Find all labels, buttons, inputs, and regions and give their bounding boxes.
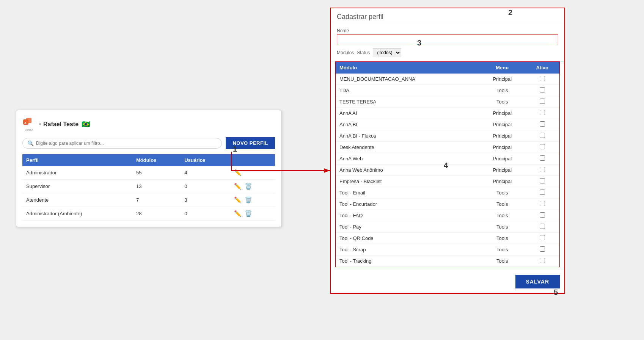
ativo-checkbox[interactable]: [540, 246, 545, 252]
nome-label: Nome: [337, 28, 558, 33]
delete-icon[interactable]: 🗑️: [245, 183, 252, 190]
profile-table: Perfil Módulos Usuários Administrador 55…: [22, 154, 275, 221]
cell-menu-type: Principal: [479, 153, 525, 165]
cell-ativo-check: [525, 108, 559, 119]
cell-modulo-name: Tool - Scrap: [336, 244, 479, 255]
profile-table-row: Administrador (Ambiente) 28 0 ✏️ 🗑️: [22, 207, 275, 221]
edit-icon[interactable]: ✏️: [234, 196, 242, 204]
ativo-checkbox[interactable]: [540, 258, 545, 263]
ativo-checkbox[interactable]: [540, 110, 545, 115]
ativo-checkbox[interactable]: [540, 155, 545, 161]
cell-ativo-check: [525, 199, 559, 210]
anna-logo-icon: A: [22, 116, 36, 128]
cell-ativo-check: [525, 119, 559, 130]
module-table-row: Tool - Scrap Tools: [336, 244, 559, 255]
cell-ativo-check: [525, 74, 559, 85]
cell-menu-type: Tools: [479, 187, 525, 199]
ativo-checkbox[interactable]: [540, 121, 545, 127]
module-table-row: Tool - FAQ Tools: [336, 210, 559, 221]
cell-ativo-check: [525, 210, 559, 221]
cell-modulo-name: Tool - Pay: [336, 221, 479, 233]
module-table-row: TDA Tools: [336, 85, 559, 96]
ativo-checkbox[interactable]: [540, 144, 545, 149]
ativo-checkbox[interactable]: [540, 178, 545, 183]
col-menu: Menu: [479, 62, 525, 74]
module-table-row: Tool - Email Tools: [336, 187, 559, 199]
edit-icon[interactable]: ✏️: [234, 183, 242, 190]
cell-usuarios: 4: [181, 166, 230, 180]
svg-text:A: A: [24, 121, 27, 125]
profile-table-body: Administrador 55 4 ✏️ Supervisor 13 0 ✏️…: [22, 166, 275, 221]
cell-modulo-name: MENU_DOCUMENTACAO_ANNA: [336, 74, 479, 85]
search-input[interactable]: [36, 141, 217, 146]
ativo-checkbox[interactable]: [540, 224, 545, 229]
profile-table-row: Supervisor 13 0 ✏️ 🗑️: [22, 180, 275, 193]
modules-table-header-row: Módulo Menu Ativo: [336, 62, 559, 74]
cell-menu-type: Principal: [479, 119, 525, 130]
cell-actions: ✏️ 🗑️: [230, 180, 275, 193]
cell-perfil: Administrador: [22, 166, 132, 180]
cell-menu-type: Principal: [479, 130, 525, 142]
cell-usuarios: 0: [181, 180, 230, 193]
cell-modulo-name: Tool - FAQ: [336, 210, 479, 221]
cell-actions: ✏️ 🗑️: [230, 207, 275, 221]
ativo-checkbox[interactable]: [540, 87, 545, 92]
module-table-row: AnnA AI Principal: [336, 108, 559, 119]
form-section: Nome Módulos Status (Todos)AtivoInativo: [331, 24, 564, 61]
cell-menu-type: Principal: [479, 176, 525, 187]
module-table-row: Tool - Tracking Tools: [336, 255, 559, 267]
cell-perfil: Supervisor: [22, 180, 132, 193]
ativo-checkbox[interactable]: [540, 235, 545, 240]
cell-menu-type: Tools: [479, 199, 525, 210]
delete-icon[interactable]: 🗑️: [245, 196, 252, 204]
cell-modulo-name: Tool - Tracking: [336, 255, 479, 267]
cell-menu-type: Tools: [479, 221, 525, 233]
cell-modulo-name: TESTE TERESA: [336, 96, 479, 108]
ativo-checkbox[interactable]: [540, 201, 545, 206]
delete-icon[interactable]: 🗑️: [245, 210, 252, 217]
ativo-checkbox[interactable]: [540, 167, 545, 172]
svg-rect-1: [26, 118, 31, 123]
search-box: 🔍: [22, 138, 222, 149]
cell-menu-type: Tools: [479, 96, 525, 108]
right-panel-title: Cadastrar perfil: [331, 8, 564, 24]
cell-ativo-check: [525, 187, 559, 199]
cell-modulos: 55: [132, 166, 181, 180]
profile-table-row: Administrador 55 4 ✏️: [22, 166, 275, 180]
anna-logo-text: AnnA: [25, 128, 33, 132]
col-modulo: Módulo: [336, 62, 479, 74]
module-table-row: TESTE TERESA Tools: [336, 96, 559, 108]
status-label: Status: [357, 50, 370, 55]
col-actions: [230, 154, 275, 166]
ativo-checkbox[interactable]: [540, 212, 545, 218]
ativo-checkbox[interactable]: [540, 76, 545, 81]
annotation-2: 2: [508, 8, 512, 17]
profile-table-header-row: Perfil Módulos Usuários: [22, 154, 275, 166]
annotation-4: 4: [444, 161, 448, 170]
profile-table-row: Atendente 7 3 ✏️ 🗑️: [22, 193, 275, 207]
status-select[interactable]: (Todos)AtivoInativo: [373, 48, 401, 57]
ativo-checkbox[interactable]: [540, 190, 545, 195]
ativo-checkbox[interactable]: [540, 133, 545, 138]
edit-icon[interactable]: ✏️: [234, 210, 242, 217]
annotation-5: 5: [554, 288, 558, 297]
ativo-checkbox[interactable]: [540, 99, 545, 104]
cell-modulos: 7: [132, 193, 181, 207]
cell-modulo-name: Tool - Email: [336, 187, 479, 199]
cell-ativo-check: [525, 165, 559, 176]
save-button[interactable]: SALVAR: [515, 275, 560, 288]
cell-modulo-name: AnnA BI - Fluxos: [336, 130, 479, 142]
modulos-row: Módulos Status (Todos)AtivoInativo: [337, 48, 558, 57]
nome-field: Nome: [337, 28, 558, 45]
nome-input[interactable]: [337, 34, 558, 45]
cell-ativo-check: [525, 96, 559, 108]
cell-menu-type: Principal: [479, 108, 525, 119]
cell-menu-type: Tools: [479, 233, 525, 244]
cell-modulo-name: Tool - QR Code: [336, 233, 479, 244]
dropdown-arrow-icon[interactable]: ▾: [39, 122, 41, 126]
cell-ativo-check: [525, 221, 559, 233]
right-panel: Cadastrar perfil Nome Módulos Status (To…: [330, 8, 565, 294]
search-icon: 🔍: [27, 140, 34, 146]
cell-modulo-name: Tool - Encurtador: [336, 199, 479, 210]
edit-icon[interactable]: ✏️: [234, 169, 242, 176]
